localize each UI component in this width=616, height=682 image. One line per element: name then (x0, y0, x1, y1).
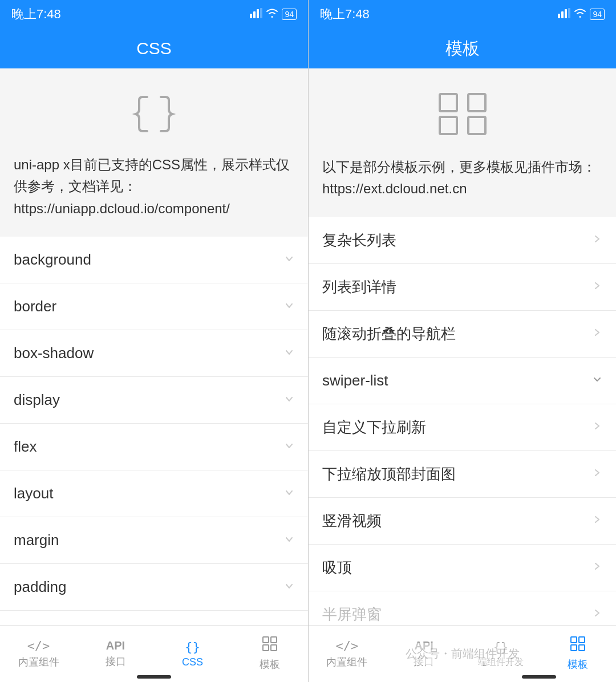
template-list-item[interactable]: 吸顶 (309, 545, 616, 591)
right-tab-components[interactable]: </> 内置组件 (309, 639, 386, 669)
svg-rect-16 (571, 637, 577, 643)
svg-rect-19 (579, 645, 585, 651)
right-tab-api[interactable]: API 接口 (386, 639, 463, 668)
svg-rect-15 (468, 117, 485, 134)
left-header-title: CSS (136, 39, 172, 58)
css-item-chevron (284, 393, 294, 408)
css-list-item[interactable]: padding (0, 564, 308, 611)
template-list: 复杂长列表 列表到详情 随滚动折叠的导航栏 swiper-list 自定义下拉刷… (309, 217, 616, 625)
right-status-icons: 94 (558, 8, 605, 21)
left-tab-components-label: 内置组件 (18, 655, 59, 669)
left-time: 晚上7:48 (11, 6, 61, 23)
right-signal-icon (558, 8, 570, 21)
css-list-item[interactable]: flex (0, 424, 308, 470)
css-list-item[interactable]: margin (0, 517, 308, 564)
svg-rect-6 (263, 645, 269, 651)
template-item-chevron (592, 560, 602, 575)
right-header-title: 模板 (445, 37, 480, 60)
template-list-item[interactable]: 下拉缩放顶部封面图 (309, 451, 616, 498)
left-tab-components-icon: </> (27, 639, 50, 653)
right-status-bar: 晚上7:48 94 (309, 0, 616, 29)
left-tab-api-label: 接口 (106, 655, 126, 668)
css-item-label: flex (14, 438, 37, 456)
template-list-item[interactable]: 竖滑视频 (309, 498, 616, 545)
svg-rect-8 (558, 14, 560, 18)
right-battery-icon: 94 (590, 9, 605, 20)
left-tab-css[interactable]: {} CSS (154, 640, 231, 668)
css-list-item[interactable]: background (0, 237, 308, 283)
template-item-chevron (592, 420, 602, 435)
right-tab-components-label: 内置组件 (326, 655, 367, 669)
right-tab-bar: </> 内置组件 API 接口 {} 端组件开发 模板 公众号・前端组件开 (309, 625, 616, 682)
right-tab-css-icon: {} (493, 640, 509, 654)
right-wifi-icon (574, 8, 586, 21)
right-panel: 晚上7:48 94 模板 (308, 0, 616, 682)
template-item-label: swiper-list (322, 372, 388, 389)
css-item-chevron (284, 440, 294, 454)
css-item-chevron (284, 486, 294, 501)
svg-rect-13 (468, 94, 485, 111)
template-list-item[interactable]: 列表到详情 (309, 264, 616, 311)
css-list-item[interactable]: box-shadow (0, 330, 308, 377)
css-list-item[interactable]: border (0, 283, 308, 330)
template-item-label: 列表到详情 (322, 277, 396, 297)
css-item-label: border (14, 298, 56, 315)
right-tab-template[interactable]: 模板 (539, 636, 616, 671)
template-item-label: 吸顶 (322, 558, 352, 578)
svg-rect-3 (260, 8, 262, 18)
left-content[interactable]: uni-app x目前已支持的CSS属性，展示样式仅供参考，文档详见： http… (0, 68, 308, 625)
left-status-bar: 晚上7:48 94 (0, 0, 308, 29)
css-item-label: display (14, 391, 60, 409)
template-list-item[interactable]: 复杂长列表 (309, 217, 616, 264)
css-item-chevron (284, 253, 294, 267)
template-item-chevron (592, 513, 602, 528)
css-item-chevron (284, 346, 294, 361)
css-item-label: padding (14, 578, 67, 596)
left-signal-icon (250, 8, 262, 21)
template-item-label: 半屏弹窗 (322, 604, 382, 624)
left-tab-indicator (137, 675, 171, 679)
left-tab-template[interactable]: 模板 (231, 636, 308, 671)
left-tab-css-label: CSS (182, 656, 203, 668)
right-tab-indicator (522, 675, 556, 679)
template-list-item[interactable]: swiper-list (309, 358, 616, 404)
css-list-item[interactable]: text (0, 611, 308, 625)
template-item-label: 复杂长列表 (322, 230, 396, 250)
template-hero (309, 68, 616, 151)
css-item-chevron (284, 533, 294, 548)
css-list-item[interactable]: layout (0, 470, 308, 517)
svg-rect-14 (440, 117, 457, 134)
template-grid-icon (437, 91, 488, 139)
template-list-item[interactable]: 自定义下拉刷新 (309, 404, 616, 451)
left-tab-bar: </> 内置组件 API 接口 {} CSS 模板 (0, 625, 308, 682)
template-item-chevron (592, 326, 602, 341)
css-list: background border box-shadow display fle (0, 237, 308, 625)
left-panel: 晚上7:48 94 CSS (0, 0, 308, 682)
template-item-chevron (592, 466, 602, 481)
right-tab-api-label: 接口 (414, 655, 434, 668)
left-battery-icon: 94 (282, 9, 297, 20)
template-item-chevron (592, 607, 602, 622)
template-item-label: 竖滑视频 (322, 511, 382, 531)
right-tab-template-label: 模板 (568, 657, 588, 671)
left-tab-api-icon: API (106, 639, 125, 652)
left-status-icons: 94 (250, 8, 297, 21)
svg-rect-9 (561, 11, 564, 18)
right-content[interactable]: 以下是部分模板示例，更多模板见插件市场： https://ext.dcloud.… (309, 68, 616, 625)
template-description: 以下是部分模板示例，更多模板见插件市场： https://ext.dcloud.… (309, 151, 616, 217)
template-list-item[interactable]: 随滚动折叠的导航栏 (309, 311, 616, 358)
svg-rect-18 (571, 645, 577, 651)
template-item-label: 下拉缩放顶部封面图 (322, 464, 456, 484)
right-tab-css[interactable]: {} 端组件开发 (463, 640, 540, 668)
template-item-label: 自定义下拉刷新 (322, 417, 426, 437)
svg-rect-2 (257, 9, 259, 18)
css-list-item[interactable]: display (0, 377, 308, 424)
css-description: uni-app x目前已支持的CSS属性，展示样式仅供参考，文档详见： http… (0, 148, 308, 237)
css-item-label: box-shadow (14, 344, 94, 362)
left-tab-css-icon: {} (185, 640, 200, 654)
left-tab-components[interactable]: </> 内置组件 (0, 639, 77, 669)
left-tab-api[interactable]: API 接口 (77, 639, 154, 668)
svg-rect-1 (253, 11, 256, 18)
right-tab-template-icon (570, 636, 585, 655)
svg-rect-11 (568, 8, 570, 18)
